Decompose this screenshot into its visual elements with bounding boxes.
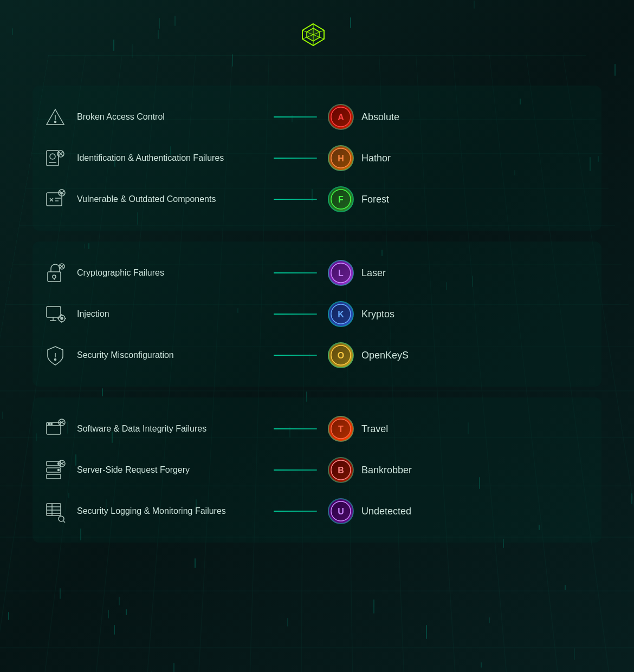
row-ssrf-left: Server-Side Request Forgery <box>43 458 317 482</box>
row-software-integrity: Software & Data Integrity Failures T Tra… <box>43 408 591 449</box>
row-security-misconfig-avatar-svg: O <box>330 344 352 366</box>
row-broken-access-avatar: A <box>328 104 354 130</box>
row-software-integrity-machine-name: Travel <box>361 423 388 435</box>
htb-logo-icon <box>300 22 326 48</box>
row-security-misconfig-name: Security Misconfiguration <box>77 350 258 360</box>
row-injection-machine-name: Kryptos <box>361 309 394 320</box>
row-cryptographic-name: Cryptographic Failures <box>77 268 258 278</box>
row-cryptographic-icon <box>43 261 67 285</box>
svg-text:O: O <box>338 351 344 360</box>
svg-point-47 <box>55 359 56 361</box>
row-injection-avatar-svg: K <box>330 303 352 325</box>
svg-point-10 <box>50 154 55 159</box>
svg-rect-35 <box>47 306 61 317</box>
row-identification-avatar-svg: H <box>330 147 352 169</box>
row-ssrf-machine-name: Bankrobber <box>361 465 412 476</box>
row-identification-left: Identification & Authentication Failures <box>43 146 317 170</box>
row-software-integrity-icon <box>43 417 67 441</box>
row-identification-icon <box>43 146 67 170</box>
group3: Software & Data Integrity Failures T Tra… <box>33 397 601 543</box>
group2: Cryptographic Failures L Laser <box>33 242 601 387</box>
row-ssrf-connector <box>274 469 317 471</box>
row-cryptographic-avatar: L <box>328 260 354 286</box>
row-vulnerable-components-left: Vulnerable & Outdated Components <box>43 187 317 211</box>
svg-point-63 <box>58 469 60 471</box>
row-identification-connector <box>274 158 317 159</box>
row-identification-machine-name: Hathor <box>361 153 391 164</box>
row-software-integrity-name: Software & Data Integrity Failures <box>77 424 258 434</box>
group1: Broken Access Control A Absolute <box>33 86 601 231</box>
row-broken-access-icon <box>43 105 67 129</box>
page-content: Broken Access Control A Absolute <box>0 0 634 586</box>
row-vulnerable-components-machine-name: Forest <box>361 194 389 205</box>
row-security-misconfig-left: Security Misconfiguration <box>43 343 317 367</box>
row-ssrf: Server-Side Request Forgery B Bankrobber <box>43 449 591 491</box>
row-software-integrity-avatar-svg: T <box>330 418 352 440</box>
row-logging-left: Security Logging & Monitoring Failures <box>43 499 317 523</box>
svg-point-53 <box>51 423 53 425</box>
row-identification-right: H Hathor <box>317 145 591 171</box>
svg-line-75 <box>63 521 65 523</box>
row-logging-right: U Undetected <box>317 498 591 524</box>
row-logging-avatar: U <box>328 498 354 524</box>
row-identification-avatar: H <box>328 145 354 171</box>
row-vulnerable-components-avatar: F <box>328 186 354 212</box>
row-software-integrity-connector <box>274 428 317 429</box>
row-logging-avatar-svg: U <box>330 500 352 522</box>
svg-text:A: A <box>338 113 344 122</box>
row-ssrf-name: Server-Side Request Forgery <box>77 465 258 475</box>
svg-text:B: B <box>338 466 344 475</box>
svg-text:K: K <box>338 310 344 319</box>
row-ssrf-avatar-svg: B <box>330 459 352 481</box>
svg-text:T: T <box>338 425 344 434</box>
svg-text:U: U <box>338 507 344 516</box>
row-vulnerable-components: Vulnerable & Outdated Components F Fores… <box>43 179 591 220</box>
svg-rect-27 <box>48 272 61 282</box>
row-identification: Identification & Authentication Failures… <box>43 138 591 179</box>
row-security-misconfig-right: O OpenKeyS <box>317 342 591 368</box>
svg-point-6 <box>55 121 56 123</box>
row-vulnerable-components-connector <box>274 199 317 200</box>
svg-point-52 <box>48 423 50 425</box>
header <box>33 22 601 48</box>
row-vulnerable-components-icon <box>43 187 67 211</box>
svg-point-39 <box>61 317 63 319</box>
row-broken-access-connector <box>274 116 317 118</box>
row-security-misconfig-machine-name: OpenKeyS <box>361 350 409 361</box>
row-injection-left: Injection <box>43 302 317 326</box>
row-broken-access-left: Broken Access Control <box>43 105 317 129</box>
row-cryptographic-right: L Laser <box>317 260 591 286</box>
row-logging-machine-name: Undetected <box>361 506 411 517</box>
svg-point-28 <box>53 275 56 278</box>
row-broken-access-avatar-svg: A <box>330 106 352 128</box>
row-logging-name: Security Logging & Monitoring Failures <box>77 506 258 516</box>
row-cryptographic: Cryptographic Failures L Laser <box>43 252 591 293</box>
svg-point-74 <box>59 516 64 521</box>
row-vulnerable-components-name: Vulnerable & Outdated Components <box>77 194 258 204</box>
row-cryptographic-left: Cryptographic Failures <box>43 261 317 285</box>
row-security-misconfig-icon <box>43 343 67 367</box>
row-identification-name: Identification & Authentication Failures <box>77 153 258 163</box>
row-ssrf-right: B Bankrobber <box>317 457 591 483</box>
row-vulnerable-components-right: F Forest <box>317 186 591 212</box>
row-injection-icon <box>43 302 67 326</box>
row-security-misconfig-connector <box>274 355 317 356</box>
svg-rect-9 <box>47 151 59 166</box>
row-security-misconfig-avatar: O <box>328 342 354 368</box>
row-software-integrity-avatar: T <box>328 416 354 442</box>
row-cryptographic-connector <box>274 272 317 273</box>
row-broken-access: Broken Access Control A Absolute <box>43 96 591 138</box>
row-logging-connector <box>274 511 317 512</box>
svg-rect-61 <box>47 474 61 479</box>
row-cryptographic-machine-name: Laser <box>361 268 386 279</box>
row-injection: Injection K Kryptos <box>43 293 591 335</box>
svg-text:F: F <box>338 195 344 204</box>
row-ssrf-avatar: B <box>328 457 354 483</box>
row-vulnerable-components-avatar-svg: F <box>330 188 352 210</box>
row-injection-avatar: K <box>328 301 354 327</box>
row-injection-right: K Kryptos <box>317 301 591 327</box>
row-logging: Security Logging & Monitoring Failures U… <box>43 491 591 532</box>
svg-text:L: L <box>338 269 344 278</box>
row-software-integrity-right: T Travel <box>317 416 591 442</box>
row-ssrf-icon <box>43 458 67 482</box>
